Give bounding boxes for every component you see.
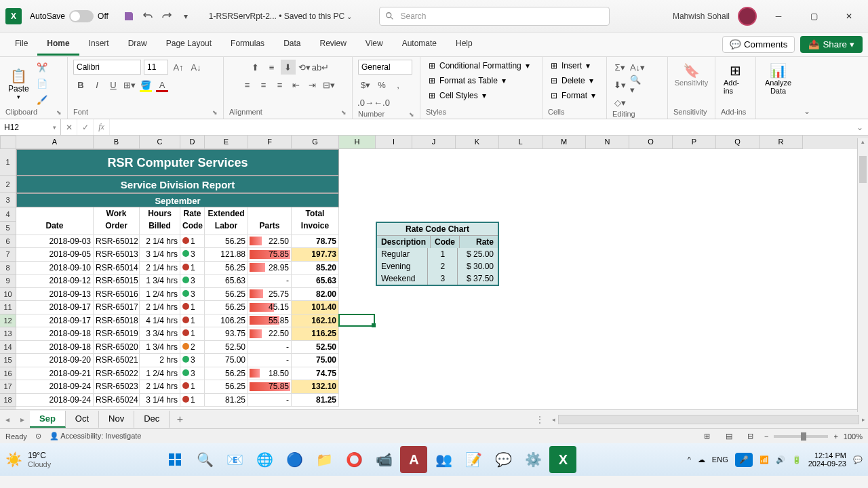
number-launcher[interactable]: ⬊ [409, 111, 414, 118]
cell-date[interactable]: 2018-09-20 [16, 354, 94, 367]
spreadsheet-grid[interactable]: 123456789101112131415161718 ABCDEFGHIJKL… [0, 136, 868, 409]
cell-work-order[interactable]: RSR-65020 [94, 341, 140, 354]
select-all-corner[interactable] [0, 136, 16, 149]
column-header[interactable]: R [760, 136, 803, 149]
cell-total-invoice[interactable]: 52.50 [292, 341, 339, 354]
search-input[interactable]: Search [379, 7, 610, 26]
row-header[interactable]: 3 [0, 193, 16, 207]
cell-total-invoice[interactable]: 65.63 [292, 274, 339, 288]
row-header[interactable]: 7 [0, 248, 16, 262]
align-left-icon[interactable]: ≡ [240, 77, 255, 92]
report-title-line-2[interactable]: Service Division Report [16, 176, 339, 193]
format-as-table-button[interactable]: ⊞ Format as Table ▾ [426, 75, 536, 87]
table-header[interactable]: ExtendedLabor [205, 207, 248, 235]
cell-parts[interactable]: 25.75 [248, 288, 292, 302]
row-header[interactable]: 11 [0, 301, 16, 314]
delete-cells-button[interactable]: ⊟ Delete ▾ [548, 75, 601, 87]
insert-function-icon[interactable]: fx [94, 119, 110, 135]
cell-total-invoice[interactable]: 116.25 [292, 327, 339, 341]
clock-date[interactable]: 2024-09-23 [808, 460, 846, 468]
cell-date[interactable]: 2018-09-21 [16, 367, 94, 381]
row-header[interactable]: 14 [0, 341, 16, 354]
cell-parts[interactable]: 22.50 [248, 327, 292, 341]
cell-parts[interactable]: 75.85 [248, 248, 292, 262]
row-header[interactable]: 15 [0, 354, 16, 367]
row-header[interactable]: 16 [0, 367, 16, 381]
ribbon-tab-formulas[interactable]: Formulas [221, 33, 274, 56]
ribbon-collapse-icon[interactable]: ⌄ [804, 106, 810, 116]
vertical-scrollbar[interactable]: ▴ [857, 138, 868, 412]
cell-date[interactable]: 2018-09-18 [16, 327, 94, 341]
merge-icon[interactable]: ⊟▾ [321, 77, 336, 92]
mic-icon[interactable]: 🎤 [735, 453, 753, 467]
cell-date[interactable]: 2018-09-24 [16, 394, 94, 407]
orientation-icon[interactable]: ⟲▾ [297, 60, 312, 75]
rate-code-chart[interactable]: Rate Code ChartDescriptionCodeRateRegula… [376, 222, 499, 286]
cell-work-order[interactable]: RSR-65016 [94, 288, 140, 302]
align-center-icon[interactable]: ≡ [256, 77, 271, 92]
cell-total-invoice[interactable]: 75.00 [292, 354, 339, 367]
report-title-line-1[interactable]: RSR Computer Services [16, 149, 339, 176]
cell-date[interactable]: 2018-09-12 [16, 274, 94, 288]
onedrive-icon[interactable]: ☁ [698, 455, 705, 464]
number-format-select[interactable] [358, 60, 412, 75]
increase-font-icon[interactable]: A↑ [171, 60, 186, 75]
ribbon-tab-page-layout[interactable]: Page Layout [157, 33, 221, 56]
language-indicator[interactable]: ENG [712, 455, 728, 464]
redo-icon[interactable] [159, 8, 175, 24]
cell-hours[interactable]: 1 3/4 hrs [140, 274, 180, 288]
row-header[interactable]: 12 [0, 314, 16, 328]
report-title-line-3[interactable]: September [16, 193, 339, 207]
enter-formula-icon[interactable]: ✓ [77, 119, 94, 135]
autosum-icon[interactable]: Σ▾ [612, 60, 627, 75]
ribbon-tab-automate[interactable]: Automate [393, 33, 446, 56]
ribbon-tab-file[interactable]: File [5, 33, 37, 56]
wifi-icon[interactable]: 📶 [760, 455, 769, 464]
cell-hours[interactable]: 4 1/4 hrs [140, 314, 180, 328]
cell-parts[interactable]: 28.95 [248, 262, 292, 275]
cell-rate-code[interactable]: 2 [180, 341, 205, 354]
cell-parts[interactable]: - [248, 274, 292, 288]
notifications-icon[interactable]: 💬 [853, 455, 863, 464]
cell-hours[interactable]: 2 1/4 hrs [140, 235, 180, 249]
column-header[interactable]: C [140, 136, 180, 149]
excel-taskbar-icon[interactable]: X [549, 446, 576, 473]
cell-date[interactable]: 2018-09-13 [16, 288, 94, 302]
align-middle-icon[interactable]: ≡ [264, 60, 279, 75]
column-header[interactable]: M [542, 136, 586, 149]
clipboard-launcher[interactable]: ⬊ [56, 109, 62, 116]
sheet-nav-prev[interactable]: ◂ [0, 410, 15, 428]
cell-work-order[interactable]: RSR-65022 [94, 367, 140, 381]
chrome-icon[interactable]: 🔵 [281, 446, 308, 473]
weather-widget[interactable]: ☀️ 19°C Cloudy [5, 451, 51, 468]
cell-extended-labor[interactable]: 93.75 [205, 327, 248, 341]
maximize-button[interactable]: ▢ [800, 5, 827, 27]
cell-total-invoice[interactable]: 101.40 [292, 301, 339, 314]
minimize-button[interactable]: ─ [765, 5, 792, 27]
cell-rate-code[interactable]: 1 [180, 262, 205, 275]
cell-extended-labor[interactable]: 56.25 [205, 235, 248, 249]
cell-hours[interactable]: 3 3/4 hrs [140, 327, 180, 341]
cell-date[interactable]: 2018-09-24 [16, 380, 94, 394]
cell-extended-labor[interactable]: 81.25 [205, 394, 248, 407]
cell-hours[interactable]: 1 2/4 hrs [140, 367, 180, 381]
clock-time[interactable]: 12:14 PM [808, 451, 846, 460]
cell-rate-code[interactable]: 1 [180, 235, 205, 249]
cell-date[interactable]: 2018-09-18 [16, 341, 94, 354]
align-top-icon[interactable]: ⬆ [248, 60, 263, 75]
cell-extended-labor[interactable]: 75.00 [205, 354, 248, 367]
column-header[interactable]: I [376, 136, 412, 149]
cell-total-invoice[interactable]: 78.75 [292, 235, 339, 249]
alignment-launcher[interactable]: ⬊ [341, 109, 347, 116]
zoom-slider[interactable] [774, 435, 828, 438]
row-header[interactable]: 10 [0, 288, 16, 302]
battery-icon[interactable]: 🔋 [792, 455, 802, 464]
app-icon-3[interactable]: 📝 [460, 446, 487, 473]
comments-button[interactable]: 💬 Comments [722, 36, 795, 53]
column-header[interactable]: K [456, 136, 499, 149]
cell-work-order[interactable]: RSR-65017 [94, 301, 140, 314]
column-header[interactable]: O [629, 136, 673, 149]
column-header[interactable]: H [339, 136, 376, 149]
cell-extended-labor[interactable]: 106.25 [205, 314, 248, 328]
addins-button[interactable]: ⊞ Add-ins [721, 60, 750, 98]
